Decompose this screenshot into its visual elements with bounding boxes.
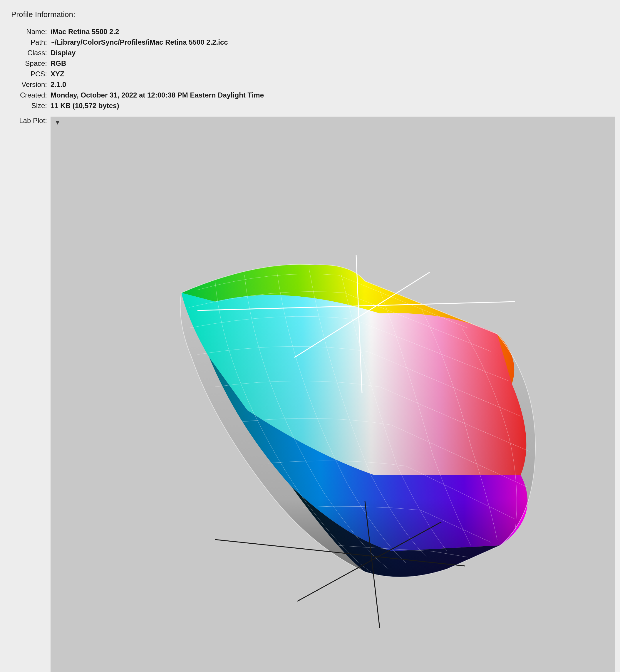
label-space: Space: <box>9 59 47 68</box>
lab-plot-area[interactable]: ▼ <box>51 117 615 672</box>
lab-plot-svg <box>51 117 615 672</box>
label-class: Class: <box>9 49 47 57</box>
value-version: 2.1.0 <box>51 80 611 89</box>
label-version: Version: <box>9 80 47 89</box>
value-size: 11 KB (10,572 bytes) <box>51 101 611 110</box>
section-title: Profile Information: <box>11 10 611 19</box>
value-name: iMac Retina 5500 2.2 <box>51 27 611 36</box>
label-path: Path: <box>9 38 47 47</box>
value-space: RGB <box>51 59 611 68</box>
label-created: Created: <box>9 91 47 100</box>
value-pcs: XYZ <box>51 70 611 78</box>
value-path: ~/Library/ColorSync/Profiles/iMac Retina… <box>51 38 611 47</box>
label-lab-plot: Lab Plot: <box>9 117 47 672</box>
label-pcs: PCS: <box>9 70 47 78</box>
profile-info-grid: Name: iMac Retina 5500 2.2 Path: ~/Libra… <box>9 27 611 110</box>
label-name: Name: <box>9 27 47 36</box>
gamut-volume <box>180 264 535 577</box>
value-class: Display <box>51 49 611 57</box>
label-size: Size: <box>9 101 47 110</box>
value-created: Monday, October 31, 2022 at 12:00:38 PM … <box>51 91 611 100</box>
